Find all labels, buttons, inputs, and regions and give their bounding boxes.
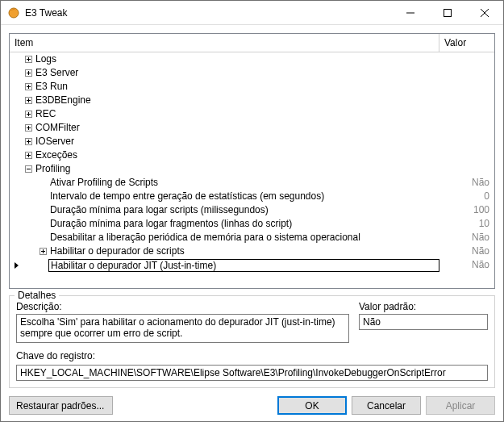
column-header-value[interactable]: Valor bbox=[439, 34, 494, 52]
row-label: Habilitar o depurador de scripts bbox=[48, 244, 439, 258]
row-value: 100 bbox=[439, 203, 494, 217]
apply-button: Aplicar bbox=[426, 396, 495, 415]
row-label: Duração mínima para logar fragmentos (li… bbox=[48, 217, 439, 231]
row-label: Duração mínima para logar scripts (milis… bbox=[48, 203, 439, 217]
svg-rect-2 bbox=[444, 9, 452, 16]
tree-leaf[interactable]: Intervalo de tempo entre geração de esta… bbox=[10, 190, 494, 203]
tree-node[interactable]: Logs bbox=[10, 52, 494, 66]
row-value: 0 bbox=[439, 190, 494, 203]
row-label: Logs bbox=[34, 52, 439, 66]
row-label: Intervalo de tempo entre geração de esta… bbox=[48, 190, 439, 203]
expand-icon[interactable] bbox=[25, 69, 32, 77]
description-field[interactable] bbox=[16, 314, 349, 343]
maximize-button[interactable] bbox=[429, 1, 466, 25]
default-value-label: Valor padrão: bbox=[359, 301, 488, 312]
row-value: Não bbox=[439, 244, 494, 258]
tree-node-profiling[interactable]: Profiling bbox=[10, 162, 494, 176]
row-label: Habilitar o depurador JIT (Just-in-time) bbox=[49, 260, 439, 271]
row-value: Não bbox=[439, 258, 494, 272]
details-group-label: Detalhes bbox=[15, 290, 59, 301]
row-label: E3 Run bbox=[34, 80, 439, 94]
settings-tree[interactable]: Item Valor LogsE3 ServerE3 RunE3DBEngine… bbox=[9, 33, 495, 289]
tree-node[interactable]: E3 Server bbox=[10, 66, 494, 80]
expand-icon[interactable] bbox=[25, 152, 32, 159]
restore-defaults-button[interactable]: Restaurar padrões... bbox=[9, 396, 113, 415]
window-title: E3 Tweak bbox=[25, 7, 392, 19]
cancel-button[interactable]: Cancelar bbox=[352, 396, 421, 415]
row-label: Desabilitar a liberação periódica de mem… bbox=[48, 231, 439, 244]
app-icon bbox=[7, 6, 20, 19]
row-label: Ativar Profiling de Scripts bbox=[48, 176, 439, 190]
ok-button[interactable]: OK bbox=[277, 396, 347, 415]
close-button[interactable] bbox=[466, 1, 503, 25]
expand-icon[interactable] bbox=[25, 138, 32, 145]
column-header-item[interactable]: Item bbox=[10, 34, 439, 52]
row-value: 10 bbox=[439, 217, 494, 231]
tree-node[interactable]: Habilitar o depurador de scriptsNão bbox=[10, 244, 494, 258]
tree-leaf[interactable]: Desabilitar a liberação periódica de mem… bbox=[10, 231, 494, 244]
row-value: Não bbox=[439, 176, 494, 190]
row-label: Profiling bbox=[34, 162, 439, 176]
expand-icon[interactable] bbox=[25, 111, 32, 118]
details-group: Detalhes Descrição: Valor padrão: Chave … bbox=[9, 295, 495, 388]
row-label: COMFilter bbox=[34, 121, 439, 135]
registry-key-field[interactable] bbox=[16, 365, 488, 381]
tree-node[interactable]: REC bbox=[10, 107, 494, 121]
row-label: E3DBEngine bbox=[34, 94, 439, 107]
collapse-icon[interactable] bbox=[25, 165, 32, 173]
row-label: IOServer bbox=[34, 135, 439, 148]
minimize-button[interactable] bbox=[392, 1, 429, 25]
expand-icon[interactable] bbox=[40, 248, 47, 255]
row-label: REC bbox=[34, 107, 439, 121]
default-value-field[interactable] bbox=[359, 314, 488, 330]
tree-leaf[interactable]: Duração mínima para logar fragmentos (li… bbox=[10, 217, 494, 231]
titlebar: E3 Tweak bbox=[1, 1, 503, 25]
registry-key-label: Chave do registro: bbox=[16, 350, 488, 361]
row-label: E3 Server bbox=[34, 66, 439, 80]
tree-node[interactable]: COMFilter bbox=[10, 121, 494, 135]
tree-header: Item Valor bbox=[10, 34, 494, 52]
expand-icon[interactable] bbox=[25, 97, 32, 104]
description-label: Descrição: bbox=[16, 301, 349, 312]
row-selector-icon bbox=[15, 262, 19, 269]
row-value: Não bbox=[439, 231, 494, 244]
expand-icon[interactable] bbox=[25, 124, 32, 132]
expand-icon[interactable] bbox=[25, 56, 32, 63]
tree-node[interactable]: Exceções bbox=[10, 148, 494, 162]
tree-node[interactable]: E3DBEngine bbox=[10, 94, 494, 107]
tree-leaf[interactable]: Ativar Profiling de ScriptsNão bbox=[10, 176, 494, 190]
row-label: Exceções bbox=[34, 148, 439, 162]
expand-icon[interactable] bbox=[25, 83, 32, 90]
tree-leaf[interactable]: Duração mínima para logar scripts (milis… bbox=[10, 203, 494, 217]
tree-leaf-selected[interactable]: Habilitar o depurador JIT (Just-in-time)… bbox=[10, 258, 494, 272]
dialog-buttons: Restaurar padrões... OK Cancelar Aplicar bbox=[1, 388, 503, 422]
tree-node[interactable]: E3 Run bbox=[10, 80, 494, 94]
tree-node[interactable]: IOServer bbox=[10, 135, 494, 148]
